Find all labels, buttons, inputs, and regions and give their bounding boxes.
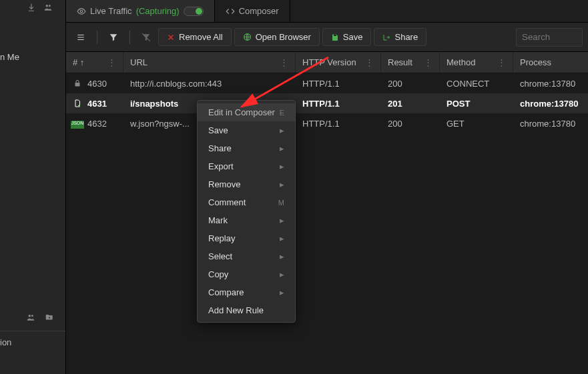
svg-rect-6 — [334, 34, 336, 36]
row-process: chrome:13780 — [513, 79, 588, 89]
remove-all-button[interactable]: Remove All — [158, 28, 232, 46]
menu-item-label: Edit in Composer — [208, 107, 275, 117]
stream-toggle-icon[interactable] — [71, 28, 90, 47]
menu-item-label: Export — [208, 161, 234, 171]
search-input[interactable] — [516, 28, 583, 47]
column-url[interactable]: URL ⋮ — [123, 52, 296, 73]
menu-item-label: Comment — [208, 197, 246, 207]
filter-icon[interactable] — [104, 28, 123, 47]
column-result[interactable]: Result ⋮ — [381, 52, 440, 73]
grid-header: # ↑ ⋮ URL ⋮ HTTP Version ⋮ Result ⋮ Meth… — [66, 52, 588, 73]
table-row[interactable]: JSON4632w.json?ngsw-...HTTP/1.1200GETchr… — [66, 113, 588, 133]
row-result: 201 — [381, 99, 440, 109]
context-menu-item[interactable]: Replay▸ — [198, 229, 295, 247]
column-label: # ↑ — [73, 57, 84, 67]
row-method: CONNECT — [440, 79, 513, 89]
grid-body: 4630http://i.cnblogs.com:443HTTP/1.1200C… — [66, 73, 588, 374]
row-url: http://i.cnblogs.com:443 — [123, 79, 296, 89]
context-menu-item[interactable]: Add New Rule — [198, 301, 295, 319]
column-menu-icon[interactable]: ⋮ — [497, 57, 506, 67]
context-menu-item[interactable]: Compare▸ — [198, 283, 295, 301]
menu-item-label: Save — [208, 125, 228, 135]
context-menu-item[interactable]: Export▸ — [198, 157, 295, 175]
sidebar-item-ion[interactable]: ion — [0, 337, 11, 347]
context-menu: Edit in ComposerESave▸Share▸Export▸Remov… — [197, 100, 296, 323]
column-method[interactable]: Method ⋮ — [440, 52, 513, 73]
context-menu-item[interactable]: Save▸ — [198, 121, 295, 139]
svg-point-4 — [80, 10, 83, 13]
svg-point-3 — [31, 315, 33, 317]
table-row[interactable]: 4631i/snapshotsHTTP/1.1201POSTchrome:137… — [66, 93, 588, 113]
menu-item-label: Select — [208, 251, 232, 261]
row-process: chrome:13780 — [513, 99, 588, 109]
row-method: GET — [440, 119, 513, 129]
column-label: URL — [130, 57, 148, 67]
menu-item-label: Compare — [208, 287, 244, 297]
row-index: 4631 — [87, 99, 107, 109]
row-result: 200 — [381, 79, 440, 89]
sidebar-item-me[interactable]: n Me — [0, 52, 19, 62]
column-label: Process — [520, 57, 551, 67]
svg-point-0 — [46, 5, 49, 7]
menu-item-label: Add New Rule — [208, 305, 264, 315]
submenu-arrow-icon: ▸ — [280, 143, 284, 153]
submenu-arrow-icon: ▸ — [280, 179, 284, 189]
users-icon[interactable] — [43, 3, 53, 12]
save-icon — [331, 33, 339, 41]
menu-item-label: Share — [208, 143, 232, 153]
column-menu-icon[interactable]: ⋮ — [365, 57, 374, 67]
share-button[interactable]: Share — [374, 28, 426, 46]
context-menu-item[interactable]: Copy▸ — [198, 265, 295, 283]
submenu-arrow-icon: ▸ — [280, 269, 284, 279]
open-browser-button[interactable]: Open Browser — [234, 28, 320, 46]
row-http-version: HTTP/1.1 — [296, 79, 381, 89]
column-menu-icon[interactable]: ⋮ — [424, 57, 432, 67]
row-method: POST — [440, 99, 513, 109]
row-index: 4632 — [87, 119, 107, 129]
row-type-icon: JSON — [73, 119, 82, 128]
eye-icon — [77, 7, 86, 16]
row-process: chrome:13780 — [513, 119, 588, 129]
shortcut-hint: M — [278, 199, 284, 207]
column-http-version[interactable]: HTTP Version ⋮ — [296, 52, 381, 73]
submenu-arrow-icon: ▸ — [280, 161, 284, 171]
table-row[interactable]: 4630http://i.cnblogs.com:443HTTP/1.1200C… — [66, 73, 588, 93]
column-menu-icon[interactable]: ⋮ — [107, 57, 116, 67]
submenu-arrow-icon: ▸ — [280, 125, 284, 135]
folder-add-icon[interactable] — [44, 313, 55, 322]
row-result: 200 — [381, 119, 440, 129]
left-rail: n Me ion — [0, 0, 66, 374]
download-icon[interactable] — [27, 3, 36, 12]
x-icon — [167, 33, 175, 41]
context-menu-item[interactable]: Edit in ComposerE — [198, 103, 295, 121]
context-menu-item[interactable]: CommentM — [198, 193, 295, 211]
context-menu-item[interactable]: Share▸ — [198, 139, 295, 157]
save-button[interactable]: Save — [322, 28, 372, 46]
tab-live-traffic[interactable]: Live Traffic (Capturing) — [66, 0, 215, 22]
submenu-arrow-icon: ▸ — [280, 287, 284, 297]
column-label: Result — [388, 57, 412, 67]
context-menu-item[interactable]: Remove▸ — [198, 175, 295, 193]
users-icon[interactable] — [25, 313, 36, 322]
tab-label: Live Traffic — [90, 6, 132, 16]
globe-icon — [243, 33, 252, 41]
toolbar: Remove All Open Browser Save Share — [66, 23, 588, 52]
row-index: 4630 — [87, 79, 107, 89]
column-menu-icon[interactable]: ⋮ — [280, 57, 288, 67]
button-label: Save — [343, 32, 363, 42]
column-index[interactable]: # ↑ ⋮ — [66, 52, 123, 73]
row-type-icon — [73, 79, 82, 87]
context-menu-item[interactable]: Mark▸ — [198, 211, 295, 229]
menu-item-label: Replay — [208, 233, 235, 243]
svg-point-2 — [29, 315, 31, 317]
tab-composer[interactable]: Composer — [215, 0, 290, 22]
column-process[interactable]: Process — [513, 52, 588, 73]
capture-toggle[interactable] — [184, 7, 204, 16]
submenu-arrow-icon: ▸ — [280, 251, 284, 261]
filter-off-icon[interactable] — [137, 28, 156, 47]
tabbar: Live Traffic (Capturing) Composer — [66, 0, 588, 23]
tab-label: Composer — [239, 6, 279, 16]
button-label: Share — [394, 32, 418, 42]
context-menu-item[interactable]: Select▸ — [198, 247, 295, 265]
menu-item-label: Copy — [208, 269, 228, 279]
